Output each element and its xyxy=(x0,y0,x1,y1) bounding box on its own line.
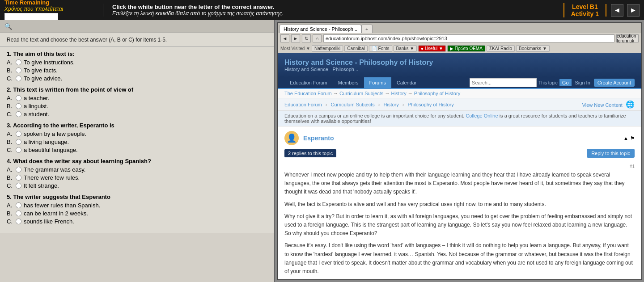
forum-nav-history[interactable]: History xyxy=(384,102,399,107)
answer-radio-5-2[interactable] xyxy=(16,219,21,224)
site-search-input[interactable] xyxy=(470,78,537,87)
nav-forums[interactable]: Forums xyxy=(364,77,391,88)
answer-letter-2-0: A. xyxy=(7,95,16,101)
ad-link[interactable]: College Online xyxy=(466,113,498,118)
right-panel: History and Science - Philosoph... + ◄ ►… xyxy=(275,20,644,282)
breadcrumb-philosophy[interactable]: Philosophy of History xyxy=(414,91,460,96)
answer-option-1-0: A.To give instructions. xyxy=(7,59,267,66)
question-block-1: 1. The aim of this text is:A.To give ins… xyxy=(7,51,267,82)
answer-text-2-2: a student. xyxy=(24,111,49,118)
site-header: History and Science - Philosophy of Hist… xyxy=(278,53,641,77)
answer-letter-2-2: C. xyxy=(7,111,16,118)
forum-nav-curriculum[interactable]: Curriculum Subjects xyxy=(330,102,374,107)
breadcrumb-link[interactable]: The Education Forum xyxy=(284,91,332,96)
answer-option-3-1: B.a living language. xyxy=(7,139,267,145)
left-panel: 🔍 Read the text and choose the best answ… xyxy=(0,20,275,282)
browser-address-bar: ◄ ► ↻ ⌂ education forum uk xyxy=(278,33,641,44)
bookmark-naftemporiiki[interactable]: Naftemporiiki xyxy=(312,45,343,52)
search-go-btn[interactable]: Go xyxy=(559,79,572,86)
bookmark-cannibal[interactable]: Cannibal xyxy=(344,45,367,52)
post-icons: ▲ ⚑ xyxy=(623,135,635,141)
next-button[interactable]: ► xyxy=(627,4,640,17)
post-paragraph-3: Why not give it a try? But in order to l… xyxy=(284,212,635,238)
answer-radio-3-2[interactable] xyxy=(16,147,21,153)
answer-text-3-0: spoken by a few people. xyxy=(24,130,86,137)
answer-radio-5-0[interactable] xyxy=(16,202,21,208)
answer-radio-1-1[interactable] xyxy=(16,67,21,73)
answer-radio-2-0[interactable] xyxy=(16,95,21,101)
address-input[interactable] xyxy=(323,34,614,42)
answer-radio-4-0[interactable] xyxy=(16,167,21,173)
nav-calendar[interactable]: Calendar xyxy=(391,77,422,88)
breadcrumb-curriculum[interactable]: Curriculum Subjects xyxy=(339,91,383,96)
answer-option-5-0: A.has fewer rules than Spanish. xyxy=(7,202,267,209)
answer-letter-3-1: B. xyxy=(7,139,16,145)
nav-globe-icon: 🌐 xyxy=(626,101,635,108)
browser-refresh-btn[interactable]: ↻ xyxy=(302,34,311,42)
site-nav: Education Forum Members Forums Calendar … xyxy=(278,77,641,89)
reply-button[interactable]: Reply to this topic xyxy=(587,149,635,158)
browser-bookmarks: Most Visited ▼ Naftemporiiki Cannibal 📄 … xyxy=(278,44,641,53)
bookmark-skai[interactable]: ΣKAI Radio xyxy=(487,45,515,52)
answer-option-2-2: C.a student. xyxy=(7,111,267,118)
answer-text-3-1: a living language. xyxy=(24,139,69,145)
post-icon-report[interactable]: ⚑ xyxy=(630,135,635,141)
question-block-5: 5. The writer suggests that EsperantoA.h… xyxy=(7,194,267,225)
nav-education-forum[interactable]: Education Forum xyxy=(284,77,333,88)
answer-option-4-2: C.It felt strange. xyxy=(7,182,267,189)
browser-back-btn[interactable]: ◄ xyxy=(280,34,289,42)
answer-text-2-1: a linguist. xyxy=(24,103,48,109)
forum-nav-right: View New Content 🌐 xyxy=(582,100,635,109)
browser-tab-new[interactable]: + xyxy=(361,25,372,33)
bookmark-proto-thema[interactable]: ▶ Πρώτο ΘΕΜΑ xyxy=(447,45,485,52)
search-bar: 🔍 xyxy=(0,20,274,33)
answer-letter-5-2: C. xyxy=(7,218,16,225)
time-remaining-greek: Χρόνος που Υπολείπεται xyxy=(4,6,103,12)
answer-letter-4-2: C. xyxy=(7,182,16,189)
answer-option-2-1: B.a linguist. xyxy=(7,103,267,109)
answer-radio-4-1[interactable] xyxy=(16,175,21,181)
sign-in-link[interactable]: Sign In xyxy=(575,80,590,85)
bookmark-fonts[interactable]: 📄 Fonts xyxy=(369,45,392,52)
answer-radio-5-1[interactable] xyxy=(16,210,21,216)
question-title-2: 2. This text is written from the point o… xyxy=(7,86,267,93)
browser-tab-active[interactable]: History and Science - Philosoph... xyxy=(280,25,361,33)
post-icon-up[interactable]: ▲ xyxy=(623,135,628,141)
answer-radio-3-1[interactable] xyxy=(16,139,21,145)
prev-button[interactable]: ◄ xyxy=(611,4,623,17)
bookmark-useful[interactable]: ● Useful ▼ xyxy=(418,45,446,52)
answer-radio-3-0[interactable] xyxy=(16,131,21,137)
bookmark-bookmarks[interactable]: Bookmarks ▼ xyxy=(516,45,550,52)
answer-radio-1-2[interactable] xyxy=(16,76,21,81)
browser-window: History and Science - Philosoph... + ◄ ►… xyxy=(277,22,642,280)
browser-home-btn[interactable]: ⌂ xyxy=(313,34,322,42)
forum-post: 👤 Esperanto ▲ ⚑ 2 replies to this topic … xyxy=(278,126,641,279)
site-subtitle: History and Science - Philosoph... xyxy=(284,67,635,72)
answer-letter-1-2: C. xyxy=(7,75,16,82)
answer-text-3-2: a beautiful language. xyxy=(24,147,78,153)
answer-option-5-2: C.sounds like French. xyxy=(7,218,267,225)
answer-radio-2-2[interactable] xyxy=(16,111,21,117)
question-title-5: 5. The writer suggests that Esperanto xyxy=(7,194,267,200)
ad-text: Education on a campus or an online colle… xyxy=(284,113,464,118)
breadcrumb-history[interactable]: History xyxy=(391,91,406,96)
answer-radio-2-1[interactable] xyxy=(16,103,21,109)
bookmark-banks[interactable]: Banks ▼ xyxy=(394,45,417,52)
browser-forward-btn[interactable]: ► xyxy=(291,34,300,42)
nav-members[interactable]: Members xyxy=(333,77,364,88)
forum-nav-edu[interactable]: Education Forum xyxy=(284,102,322,107)
answer-radio-4-2[interactable] xyxy=(16,183,21,189)
create-account-btn[interactable]: Create Account xyxy=(594,79,635,87)
view-new-content[interactable]: View New Content xyxy=(582,102,623,108)
question-block-4: 4. What does the writer say about learni… xyxy=(7,158,267,189)
question-title-3: 3. According to the writer, Esperanto is xyxy=(7,122,267,129)
site-nav-right: This topic Go Sign In Create Account xyxy=(470,78,635,87)
forum-nav-philosophy[interactable]: Philosophy of History xyxy=(407,102,453,107)
search-icon: 🔍 xyxy=(4,23,12,30)
answer-radio-1-0[interactable] xyxy=(16,59,21,65)
post-paragraph-4: Because it's easy. I don't like using th… xyxy=(284,241,635,276)
answer-text-1-2: To give advice. xyxy=(24,75,62,82)
activity-label: Activity 1 xyxy=(571,10,599,17)
answer-text-5-0: has fewer rules than Spanish. xyxy=(24,202,100,209)
answer-letter-1-1: B. xyxy=(7,67,16,74)
